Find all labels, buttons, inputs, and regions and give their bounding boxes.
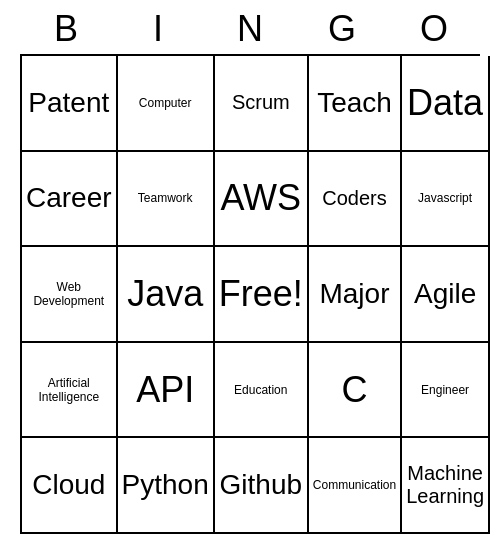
bingo-grid: PatentComputerScrumTeachDataCareerTeamwo… (20, 54, 480, 534)
cell-label: Free! (219, 273, 303, 315)
cell-label: Computer (139, 96, 192, 110)
cell-label: Engineer (421, 383, 469, 397)
cell-label: Scrum (232, 91, 290, 114)
bingo-cell: AWS (215, 152, 309, 248)
bingo-cell: Communication (309, 438, 402, 534)
bingo-letter: B (22, 8, 110, 50)
cell-label: Career (26, 182, 112, 214)
cell-label: Github (220, 469, 303, 501)
cell-label: Data (407, 82, 483, 124)
cell-label: Teamwork (138, 191, 193, 205)
cell-label: API (136, 369, 194, 411)
bingo-cell: Free! (215, 247, 309, 343)
bingo-cell: Scrum (215, 56, 309, 152)
cell-label: Javascript (418, 191, 472, 205)
bingo-cell: C (309, 343, 402, 439)
cell-label: Major (319, 278, 389, 310)
bingo-cell: Education (215, 343, 309, 439)
cell-label: Coders (322, 187, 386, 210)
bingo-cell: Java (118, 247, 215, 343)
bingo-cell: Career (22, 152, 118, 248)
cell-label: Communication (313, 478, 396, 492)
cell-label: Web Development (26, 280, 112, 308)
bingo-cell: Python (118, 438, 215, 534)
cell-label: Artificial Intelligence (26, 376, 112, 404)
cell-label: Java (127, 273, 203, 315)
bingo-cell: Cloud (22, 438, 118, 534)
cell-label: Education (234, 383, 287, 397)
bingo-cell: Artificial Intelligence (22, 343, 118, 439)
bingo-cell: Teach (309, 56, 402, 152)
cell-label: Agile (414, 278, 476, 310)
cell-label: Patent (28, 87, 109, 119)
cell-label: Python (122, 469, 209, 501)
bingo-letter: O (390, 8, 478, 50)
bingo-letter: N (206, 8, 294, 50)
bingo-cell: Web Development (22, 247, 118, 343)
cell-label: Teach (317, 87, 392, 119)
cell-label: AWS (220, 177, 301, 219)
bingo-cell: Engineer (402, 343, 490, 439)
bingo-letter: I (114, 8, 202, 50)
bingo-cell: Machine Learning (402, 438, 490, 534)
cell-label: Machine Learning (406, 462, 484, 508)
bingo-cell: Github (215, 438, 309, 534)
bingo-cell: Major (309, 247, 402, 343)
bingo-header: BINGO (20, 0, 480, 54)
bingo-cell: Teamwork (118, 152, 215, 248)
bingo-cell: Coders (309, 152, 402, 248)
cell-label: Cloud (32, 469, 105, 501)
bingo-cell: Data (402, 56, 490, 152)
bingo-cell: API (118, 343, 215, 439)
bingo-cell: Agile (402, 247, 490, 343)
cell-label: C (341, 369, 367, 411)
bingo-cell: Javascript (402, 152, 490, 248)
bingo-cell: Patent (22, 56, 118, 152)
bingo-letter: G (298, 8, 386, 50)
bingo-cell: Computer (118, 56, 215, 152)
